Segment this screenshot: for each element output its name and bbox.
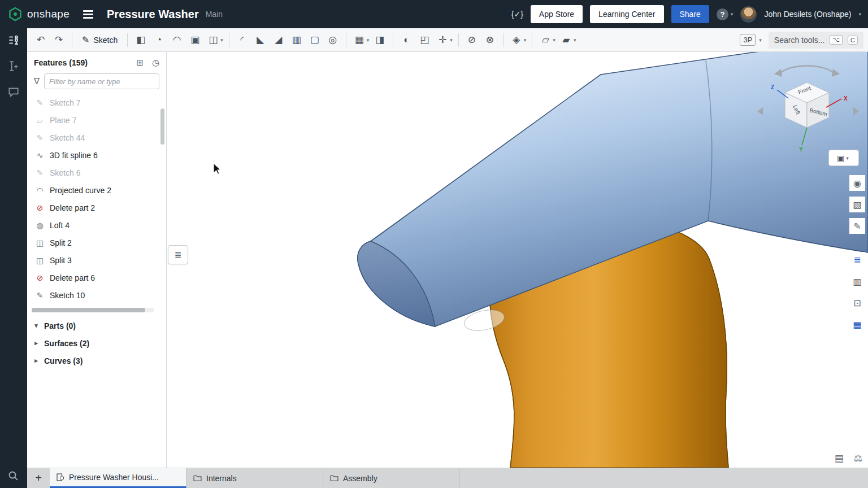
app-store-button[interactable]: App Store xyxy=(531,5,583,23)
dropdown-caret-icon[interactable] xyxy=(367,37,370,43)
mass-properties-icon[interactable] xyxy=(854,452,862,464)
feature-group-curves[interactable]: ▸Curves (3) xyxy=(27,352,166,369)
feature-item[interactable]: ◍Loft 4 xyxy=(27,216,166,234)
toolbar-separator xyxy=(229,33,229,47)
user-avatar[interactable] xyxy=(740,6,757,23)
view-cube[interactable]: Front Left Bottom X Z Y xyxy=(757,59,859,155)
feature-groups: ▾Parts (0)▸Surfaces (2)▸Curves (3) xyxy=(27,317,166,369)
comments-panel-icon[interactable] xyxy=(7,86,20,101)
chevron-right-icon[interactable]: ▸ xyxy=(33,357,40,364)
undo-icon[interactable]: ↶ xyxy=(33,33,48,47)
measure-icon[interactable]: ◈ xyxy=(509,33,524,47)
learning-center-button[interactable]: Learning Center xyxy=(590,5,663,23)
linear-pattern-icon[interactable]: ▦ xyxy=(352,33,367,47)
search-tools-button[interactable]: Search tools... ⌥ C xyxy=(769,32,863,49)
tab-assembly[interactable]: Assembly xyxy=(323,468,460,488)
versions-icon[interactable]: ▦ xyxy=(849,316,865,332)
tab-part-studio[interactable]: Pressure Washer Housi... xyxy=(50,468,186,488)
search-icon[interactable] xyxy=(7,470,20,485)
help-icon[interactable]: ? xyxy=(717,8,728,20)
dropdown-caret-icon[interactable] xyxy=(220,37,223,43)
plane-icon[interactable]: ▱ xyxy=(538,33,553,47)
transform-icon[interactable]: ✛ xyxy=(435,33,450,47)
feature-item[interactable]: ⊘Delete part 6 xyxy=(27,269,166,286)
new-tab-button[interactable] xyxy=(27,468,50,488)
chevron-right-icon[interactable]: ▸ xyxy=(33,339,40,347)
feature-item[interactable]: ∿3D fit spline 6 xyxy=(27,146,166,164)
feature-item-label: 3D fit spline 6 xyxy=(50,151,98,160)
variables-panel-icon[interactable] xyxy=(7,60,20,75)
dropdown-caret-icon[interactable] xyxy=(553,37,555,43)
draft-icon[interactable]: ◢ xyxy=(271,33,286,47)
loft-icon[interactable]: ▣ xyxy=(188,33,202,47)
horizontal-scrollbar[interactable] xyxy=(32,308,154,312)
feature-group-surfaces[interactable]: ▸Surfaces (2) xyxy=(27,334,166,352)
featurescript-notices-icon[interactable]: {✓} xyxy=(511,10,523,19)
spin-left-arrow-icon[interactable] xyxy=(757,107,763,115)
appearance-icon[interactable]: ◉ xyxy=(849,175,865,191)
modify-fillet-icon[interactable]: ⊗ xyxy=(483,33,497,47)
features-panel-header: Features (159) xyxy=(27,52,166,73)
feature-item[interactable]: ◠Projected curve 2 xyxy=(27,181,166,199)
main-menu-icon[interactable] xyxy=(81,8,96,21)
sweep-icon[interactable]: ◠ xyxy=(170,33,184,47)
boolean-icon[interactable]: ◐ xyxy=(399,33,414,47)
feature-item[interactable]: ✎Sketch 10 xyxy=(27,286,166,304)
dropdown-caret-icon[interactable] xyxy=(574,37,576,43)
display-options-icon[interactable]: ▧ xyxy=(849,197,865,212)
mirror-icon[interactable]: ◨ xyxy=(372,33,387,47)
shell-icon[interactable]: ▢ xyxy=(307,33,322,47)
sketch-button[interactable]: ✎ Sketch xyxy=(79,33,120,46)
feature-filter-input[interactable] xyxy=(44,73,159,89)
feature-item[interactable]: ⊘Delete part 2 xyxy=(27,199,166,216)
rotate-left-arrow-icon[interactable] xyxy=(774,69,782,77)
delete-part-icon: ⊘ xyxy=(35,273,45,282)
feature-item[interactable]: ▱Plane 7 xyxy=(27,111,166,129)
fillet-icon[interactable]: ◜ xyxy=(235,33,250,47)
thicken-icon[interactable]: ◫ xyxy=(206,33,220,47)
print-icon[interactable] xyxy=(835,452,844,464)
feature-item[interactable]: ✎Sketch 6 xyxy=(27,164,166,181)
onshape-logo[interactable]: onshape xyxy=(0,7,70,21)
vertical-scrollbar[interactable] xyxy=(160,108,164,145)
feature-item[interactable]: ◫Split 3 xyxy=(27,251,166,269)
chevron-down-icon[interactable]: ▾ xyxy=(33,322,40,329)
feature-list-panel-icon[interactable] xyxy=(7,34,20,49)
spin-right-arrow-icon[interactable] xyxy=(853,107,859,115)
dropdown-caret-icon[interactable] xyxy=(524,37,527,43)
dropdown-caret-icon[interactable] xyxy=(450,37,453,43)
view-options-button[interactable] xyxy=(828,150,859,166)
rollback-history-icon[interactable] xyxy=(152,58,159,68)
workspace-name[interactable]: Main xyxy=(206,10,223,19)
revolve-icon[interactable]: ◔ xyxy=(151,33,166,47)
rib-icon[interactable]: ▥ xyxy=(289,33,304,47)
help-menu[interactable]: ? xyxy=(717,8,734,20)
feature-group-parts[interactable]: ▾Parts (0) xyxy=(27,317,166,334)
hole-icon[interactable]: ◎ xyxy=(326,33,340,47)
configurations-icon[interactable]: ▥ xyxy=(849,273,865,289)
filter-icon[interactable] xyxy=(34,76,40,86)
feature-item[interactable]: ✎Sketch 44 xyxy=(27,129,166,146)
tab-internals[interactable]: Internals xyxy=(186,468,323,488)
rotate-right-arrow-icon[interactable] xyxy=(832,69,840,77)
extrude-icon[interactable]: ◧ xyxy=(133,33,148,47)
redo-icon[interactable]: ↷ xyxy=(51,33,66,47)
user-name[interactable]: John Desilets (Onshape) xyxy=(764,10,851,19)
chevron-down-icon[interactable] xyxy=(858,11,861,17)
outline-icon[interactable]: ≣ xyxy=(849,252,865,268)
named-views-button[interactable]: 3P xyxy=(740,34,756,46)
publications-icon[interactable]: ⊡ xyxy=(849,295,865,311)
split-icon[interactable]: ◰ xyxy=(417,33,432,47)
panel-flyout-handle[interactable] xyxy=(168,245,188,264)
rotate-arc-icon[interactable] xyxy=(780,66,834,73)
dropdown-caret-icon[interactable] xyxy=(759,37,762,43)
feature-item[interactable]: ✎Sketch 7 xyxy=(27,94,166,111)
share-button[interactable]: Share xyxy=(671,5,709,23)
sheet-metal-icon[interactable]: ▰ xyxy=(559,33,574,47)
edit-appearance-icon[interactable]: ✎ xyxy=(849,218,865,234)
onshape-app: { "topbar": { "logo_text": "onshape", "t… xyxy=(0,0,868,488)
new-folder-icon[interactable] xyxy=(136,58,144,68)
feature-item[interactable]: ◫Split 2 xyxy=(27,234,166,251)
chamfer-icon[interactable]: ◣ xyxy=(253,33,268,47)
delete-part-icon[interactable]: ⊘ xyxy=(465,33,479,47)
